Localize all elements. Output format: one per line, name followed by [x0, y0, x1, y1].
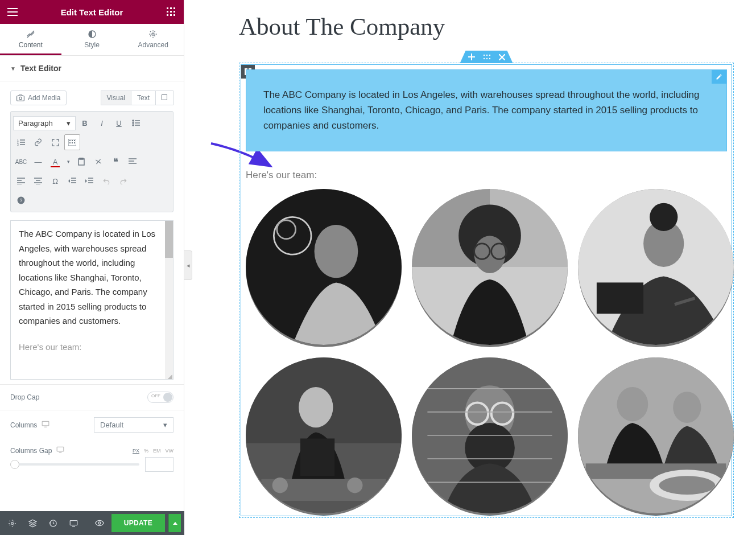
text-widget[interactable]: The ABC Company is located in Los Angele… [246, 69, 727, 151]
section-toggle[interactable]: ▼ Text Editor [0, 56, 184, 81]
tab-style-label: Style [84, 41, 100, 49]
panel-tabs: Content Style Advanced [0, 24, 184, 56]
team-grid [241, 189, 732, 516]
blockquote-button[interactable]: ❝ [108, 154, 123, 170]
dropcap-control: Drop Cap OFF [0, 384, 184, 410]
format-select[interactable]: Paragraph ▾ [13, 116, 76, 130]
svg-text:3: 3 [17, 143, 19, 146]
menu-icon[interactable] [7, 6, 18, 18]
team-avatar [412, 189, 568, 347]
italic-button[interactable]: I [94, 115, 110, 131]
underline-button[interactable]: U [111, 115, 127, 131]
svg-point-17 [133, 125, 134, 126]
align-center-button[interactable] [30, 173, 46, 189]
text-tab[interactable]: Text [131, 90, 155, 105]
add-section-button[interactable] [468, 54, 475, 60]
gap-input[interactable] [145, 457, 173, 472]
svg-point-67 [483, 55, 484, 56]
svg-point-10 [152, 33, 154, 35]
unit-px[interactable]: PX [133, 448, 139, 454]
fullscreen-button[interactable] [47, 134, 63, 150]
bullet-list-button[interactable] [128, 115, 144, 131]
svg-point-118 [673, 392, 701, 423]
svg-rect-57 [57, 447, 64, 451]
strikethrough-button[interactable]: ABC [13, 154, 29, 170]
page-title: About The Company [239, 13, 734, 40]
team-avatar [412, 357, 568, 516]
special-char-button[interactable]: Ω [47, 173, 63, 189]
desktop-icon[interactable] [56, 446, 64, 455]
distraction-free-button[interactable] [155, 90, 173, 105]
unit-percent[interactable]: % [144, 448, 148, 454]
help-button[interactable]: ? [13, 192, 29, 208]
svg-point-93 [650, 203, 677, 231]
team-avatar [578, 189, 734, 347]
column-outline[interactable]: The ABC Company is located in Los Angele… [241, 64, 732, 516]
update-options-button[interactable] [168, 514, 181, 532]
apps-icon[interactable] [166, 6, 177, 18]
team-label: Here's our team: [246, 156, 732, 189]
text-color-dropdown-icon[interactable]: ▾ [64, 154, 72, 170]
svg-rect-4 [170, 11, 172, 13]
svg-point-68 [486, 55, 487, 56]
desktop-icon[interactable] [42, 421, 49, 429]
panel-collapse-handle[interactable]: ◂ [184, 250, 192, 280]
unit-vw[interactable]: VW [166, 448, 174, 454]
text-color-button[interactable]: A [47, 154, 63, 170]
columns-select[interactable]: Default ▾ [94, 417, 173, 433]
navigator-icon[interactable] [24, 515, 41, 532]
content-textarea-body[interactable]: The ABC Company is located in Los Angele… [11, 221, 173, 379]
section-outline[interactable]: The ABC Company is located in Los Angele… [239, 63, 734, 518]
visual-tab[interactable]: Visual [101, 90, 131, 105]
history-icon[interactable] [44, 515, 61, 532]
redo-button[interactable] [115, 173, 131, 189]
link-button[interactable] [30, 134, 46, 150]
svg-rect-2 [173, 7, 175, 9]
delete-section-button[interactable] [499, 54, 505, 60]
indent-button[interactable] [81, 173, 97, 189]
settings-icon[interactable] [3, 515, 20, 532]
dropcap-toggle[interactable]: OFF [147, 392, 173, 403]
svg-rect-8 [173, 14, 175, 16]
svg-rect-60 [70, 520, 77, 525]
content-textarea[interactable]: The ABC Company is located in Los Angele… [10, 220, 173, 380]
dropcap-toggle-label: OFF [151, 393, 160, 398]
gap-units: PX % EM VW [133, 448, 173, 454]
wysiwyg-toolbar: Paragraph ▾ B I U 123 [10, 111, 173, 212]
gap-label: Columns Gap [10, 447, 52, 455]
update-button[interactable]: UPDATE [111, 514, 165, 532]
widget-body-text: The ABC Company is located in Los Angele… [246, 70, 726, 151]
edit-section-button[interactable] [483, 54, 491, 60]
tab-style[interactable]: Style [61, 24, 123, 55]
columns-label: Columns [10, 421, 37, 429]
svg-rect-3 [167, 11, 168, 13]
edit-widget-button[interactable] [712, 70, 726, 84]
unit-em[interactable]: EM [153, 448, 161, 454]
tab-advanced[interactable]: Advanced [122, 24, 184, 55]
clear-formatting-button[interactable] [90, 154, 106, 170]
preview-icon[interactable] [91, 515, 108, 532]
gap-slider[interactable] [10, 463, 139, 466]
svg-point-102 [272, 478, 288, 493]
svg-rect-1 [170, 7, 172, 9]
caret-down-icon: ▼ [10, 65, 16, 72]
hr-button[interactable]: — [30, 154, 46, 170]
outdent-button[interactable] [64, 173, 80, 189]
svg-point-117 [617, 387, 648, 421]
add-media-button[interactable]: Add Media [10, 90, 67, 105]
bold-button[interactable]: B [77, 115, 93, 131]
svg-point-69 [489, 55, 490, 56]
tab-content[interactable]: Content [0, 24, 61, 55]
align-left-button[interactable] [13, 173, 29, 189]
align-button[interactable] [125, 154, 141, 170]
toolbar-toggle-button[interactable] [64, 134, 80, 150]
paste-text-button[interactable] [73, 154, 89, 170]
undo-button[interactable] [98, 173, 114, 189]
numbered-list-button[interactable]: 123 [13, 134, 29, 150]
responsive-icon[interactable] [65, 515, 82, 532]
svg-rect-26 [69, 140, 71, 141]
textarea-scrollbar[interactable] [165, 221, 173, 379]
svg-marker-48 [68, 179, 70, 183]
resize-handle-icon[interactable]: ◢ [166, 372, 172, 378]
svg-point-12 [19, 97, 22, 100]
